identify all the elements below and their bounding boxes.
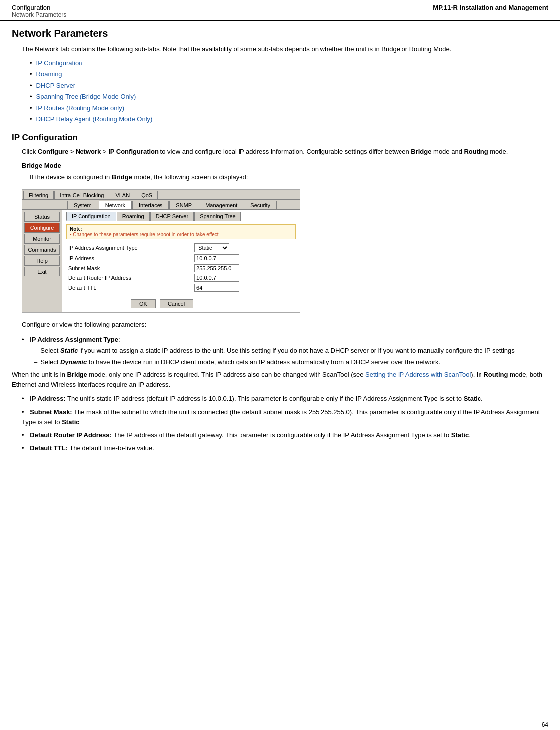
form-value-1[interactable]: [192, 253, 296, 263]
note-title: Note:: [70, 226, 292, 232]
ip-config-para: Click Configure > Network > IP Configura…: [22, 147, 548, 157]
ui-note-box: Note: • Changes to these parameters requ…: [66, 224, 296, 239]
toc-item-3[interactable]: DHCP Server: [30, 81, 548, 91]
param-ip-address: IP Address: The unit's static IP address…: [22, 394, 548, 404]
form-label-4: Default TTL: [66, 283, 192, 293]
sidebar-btn-commands[interactable]: Commands: [24, 245, 60, 255]
ui-body: Status Configure Monitor Commands Help E…: [22, 210, 300, 312]
toc-list: IP Configuration Roaming DHCP Server Spa…: [30, 58, 548, 125]
form-value-0[interactable]: Static: [192, 242, 296, 253]
tab-qos[interactable]: QoS: [136, 191, 158, 199]
page-number: 64: [542, 721, 548, 728]
ui-button-row: OK Cancel: [66, 297, 296, 310]
default-router-input[interactable]: [194, 274, 239, 282]
param-default-ttl: Default TTL: The default time-to-live va…: [22, 443, 548, 453]
subnet-mask-input[interactable]: [194, 264, 239, 272]
form-row-4: Default TTL: [66, 283, 296, 293]
bridge-mode-note-para: When the unit is in Bridge mode, only on…: [12, 370, 548, 390]
cancel-button[interactable]: Cancel: [160, 299, 193, 308]
toc-item-4[interactable]: Spanning Tree (Bridge Mode Only): [30, 92, 548, 102]
main-tab-network[interactable]: Network: [99, 201, 132, 209]
sidebar-btn-monitor[interactable]: Monitor: [24, 234, 60, 244]
assignment-type-select[interactable]: Static: [194, 243, 229, 252]
ui-screenshot: Filtering Intra-Cell Blocking VLAN QoS S…: [22, 190, 300, 312]
tab-intra-cell[interactable]: Intra-Cell Blocking: [54, 191, 109, 199]
ok-button[interactable]: OK: [131, 299, 156, 308]
sidebar-btn-status[interactable]: Status: [24, 212, 60, 222]
ip-address-input[interactable]: [194, 254, 239, 262]
param-bullets-list: IP Address: The unit's static IP address…: [22, 394, 548, 453]
main-tab-interfaces[interactable]: Interfaces: [132, 201, 169, 209]
bridge-mode-heading: Bridge Mode: [22, 162, 548, 169]
form-row-0: IP Address Assignment Type Static: [66, 242, 296, 253]
param-assignment-type: IP Address Assignment Type: Select Stati…: [22, 335, 548, 367]
screenshot-container: Filtering Intra-Cell Blocking VLAN QoS S…: [22, 189, 300, 313]
form-value-2[interactable]: [192, 263, 296, 273]
sub-tab-spanning-tree[interactable]: Spanning Tree: [194, 212, 241, 221]
param-subnet-mask: Subnet Mask: The mask of the subnet to w…: [22, 407, 548, 427]
main-content: Network Parameters The Network tab conta…: [0, 21, 560, 468]
default-ttl-input[interactable]: [194, 284, 239, 292]
sidebar-btn-help[interactable]: Help: [24, 256, 60, 266]
note-text: • Changes to these parameters require re…: [70, 232, 292, 237]
bridge-mode-para: If the device is configured in Bridge mo…: [30, 172, 548, 182]
ui-sub-tabs: IP Configuration Roaming DHCP Server Spa…: [66, 212, 296, 221]
ui-form-table: IP Address Assignment Type Static IP Add…: [66, 242, 296, 293]
main-tab-system[interactable]: System: [67, 201, 98, 209]
sidebar-btn-exit[interactable]: Exit: [24, 267, 60, 276]
form-label-1: IP Address: [66, 253, 192, 263]
sub-tab-ip-config[interactable]: IP Configuration: [66, 212, 116, 221]
ui-top-tabs: Filtering Intra-Cell Blocking VLAN QoS: [22, 190, 300, 200]
config-params-heading: Configure or view the following paramete…: [22, 320, 548, 330]
param-label-assignment: IP Address Assignment Type: [30, 336, 118, 343]
form-value-4[interactable]: [192, 283, 296, 293]
ui-content-area: IP Configuration Roaming DHCP Server Spa…: [62, 210, 300, 312]
page-title: Network Parameters: [12, 28, 548, 39]
sub-tab-dhcp-server[interactable]: DHCP Server: [150, 212, 194, 221]
dynamic-keyword: Dynamic: [60, 358, 87, 365]
form-row-2: Subnet Mask: [66, 263, 296, 273]
page-header: Configuration Network Parameters MP.11-R…: [0, 0, 560, 21]
toc-item-6[interactable]: DHCP Relay Agent (Routing Mode Only): [30, 114, 548, 125]
main-tab-snmp[interactable]: SNMP: [169, 201, 198, 209]
sub-tab-roaming[interactable]: Roaming: [117, 212, 150, 221]
header-left-title: Configuration: [12, 4, 66, 11]
page-footer: 64: [0, 719, 560, 730]
form-value-3[interactable]: [192, 273, 296, 283]
intro-text: The Network tab contains the following s…: [22, 44, 548, 54]
form-row-1: IP Address: [66, 253, 296, 263]
ui-sidebar: Status Configure Monitor Commands Help E…: [22, 210, 62, 312]
dash-list-assignment: Select Static if you want to assign a st…: [34, 346, 548, 367]
main-tab-security[interactable]: Security: [244, 201, 277, 209]
main-tab-management[interactable]: Management: [199, 201, 243, 209]
tab-vlan[interactable]: VLAN: [110, 191, 135, 199]
toc-item-1[interactable]: IP Configuration: [30, 58, 548, 69]
tab-filtering[interactable]: Filtering: [23, 191, 54, 199]
form-label-2: Subnet Mask: [66, 263, 192, 273]
dash-item-dynamic: Select Dynamic to have the device run in…: [34, 357, 548, 367]
form-label-0: IP Address Assignment Type: [66, 242, 192, 253]
form-label-3: Default Router IP Address: [66, 273, 192, 283]
form-row-3: Default Router IP Address: [66, 273, 296, 283]
header-left-subtitle: Network Parameters: [12, 11, 66, 18]
header-left: Configuration Network Parameters: [12, 4, 66, 18]
ip-config-heading: IP Configuration: [12, 133, 548, 143]
toc-item-2[interactable]: Roaming: [30, 69, 548, 80]
static-keyword: Static: [60, 347, 78, 354]
toc-item-5[interactable]: IP Routes (Routing Mode only): [30, 103, 548, 114]
param-default-router: Default Router IP Address: The IP addres…: [22, 430, 548, 440]
dash-item-static: Select Static if you want to assign a st…: [34, 346, 548, 356]
header-right-title: MP.11-R Installation and Management: [433, 4, 548, 11]
param-main-list: IP Address Assignment Type: Select Stati…: [22, 335, 548, 367]
scantool-link[interactable]: Setting the IP Address with ScanTool: [365, 371, 471, 378]
ui-main-tabs: System Network Interfaces SNMP Managemen…: [22, 200, 300, 210]
sidebar-btn-configure[interactable]: Configure: [24, 223, 60, 233]
